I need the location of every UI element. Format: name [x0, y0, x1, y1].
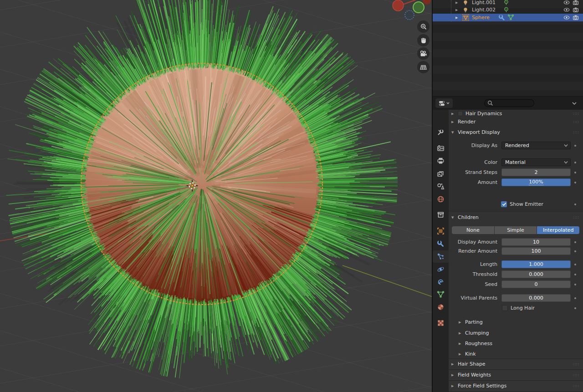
drag-handle-dots[interactable]: ∷∷ [573, 384, 579, 388]
color-dropdown[interactable]: Material [501, 158, 571, 166]
drag-handle-dots[interactable]: ∷∷ [573, 130, 579, 135]
panel-header-children[interactable]: ▼ Children ∷∷ [449, 214, 583, 221]
tab-output[interactable] [433, 155, 449, 167]
amount-slider[interactable]: 100% [501, 178, 571, 186]
camera-view-button[interactable] [417, 47, 430, 60]
collapse-arrow-icon[interactable]: ▶ [451, 373, 454, 377]
zoom-button[interactable] [417, 20, 430, 33]
collapse-arrow-icon[interactable]: ▶ [451, 112, 454, 116]
toggle-grid-button[interactable] [417, 61, 430, 73]
hide-in-viewport-icon[interactable] [563, 0, 570, 6]
disable-in-renders-icon[interactable] [572, 0, 579, 6]
hair-dynamics-checkbox[interactable] [458, 111, 463, 116]
display-amount-field[interactable]: 10 [501, 238, 571, 246]
children-mode-none-button[interactable]: None [452, 226, 494, 234]
tab-scene[interactable] [433, 180, 449, 193]
animate-dot[interactable] [574, 264, 576, 265]
subpanel-header-kink[interactable]: ▶ Kink [449, 350, 583, 358]
collapse-arrow-icon[interactable]: ▶ [451, 120, 454, 124]
panel-header-render[interactable]: ▶ Render ∷∷ [449, 118, 583, 126]
tab-constraints[interactable] [433, 276, 449, 288]
hide-in-viewport-icon[interactable] [563, 14, 570, 21]
viewport-3d[interactable] [0, 0, 433, 392]
animate-dot[interactable] [574, 250, 576, 252]
long-hair-checkbox[interactable] [502, 305, 508, 311]
animate-dot[interactable] [574, 162, 576, 163]
tab-object-data[interactable] [433, 288, 449, 300]
subpanel-header-clumping[interactable]: ▶ Clumping [449, 329, 583, 337]
children-mode-interpolated-button[interactable]: Interpolated [537, 226, 579, 234]
display-as-dropdown[interactable]: Rendered [501, 142, 571, 149]
disable-in-renders-icon[interactable] [572, 6, 579, 14]
search-input[interactable] [484, 99, 534, 107]
disclosure-triangle-icon[interactable]: ▶ [455, 16, 458, 20]
collapse-arrow-icon[interactable]: ▶ [459, 331, 461, 335]
subpanel-header-roughness[interactable]: ▶ Roughness [449, 340, 583, 347]
tab-object[interactable] [433, 225, 449, 237]
panel-header-force-field-settings[interactable]: ▶ Force Field Settings ∷∷ [449, 382, 583, 390]
outliner-row-light-001[interactable]: ▶ Light.001 [433, 0, 583, 6]
animate-dot[interactable] [574, 284, 576, 285]
seed-field[interactable]: 0 [501, 280, 571, 288]
collapse-arrow-icon[interactable]: ▶ [451, 362, 454, 366]
tab-texture[interactable] [433, 317, 449, 329]
filter-dropdown-button[interactable] [569, 99, 579, 107]
drag-handle-dots[interactable]: ∷∷ [573, 373, 579, 377]
drag-handle-dots[interactable]: ∷∷ [573, 215, 579, 220]
drag-handle-dots[interactable]: ∷∷ [573, 120, 579, 124]
show-emitter-checkbox[interactable] [501, 201, 507, 207]
tab-render[interactable] [433, 142, 449, 154]
panel-header-field-weights[interactable]: ▶ Field Weights ∷∷ [449, 371, 583, 379]
collapse-arrow-icon[interactable]: ▶ [459, 352, 461, 356]
expand-arrow-icon[interactable]: ▼ [451, 131, 454, 134]
outliner-item-label[interactable]: Light.002 [472, 7, 496, 13]
panel-header-viewport-display[interactable]: ▼ Viewport Display ∷∷ [449, 128, 583, 136]
hide-in-viewport-icon[interactable] [563, 6, 570, 14]
outliner-item-label[interactable]: Light.001 [472, 0, 496, 5]
animate-dot[interactable] [574, 145, 576, 147]
threshold-field[interactable]: 0.000 [501, 270, 571, 278]
tab-material[interactable] [433, 301, 449, 313]
render-amount-field[interactable]: 100 [501, 247, 571, 255]
light-data-icon[interactable] [503, 0, 510, 6]
animate-dot[interactable] [574, 182, 576, 183]
tab-tool[interactable] [433, 126, 449, 138]
disable-in-renders-icon[interactable] [572, 14, 579, 21]
animate-dot[interactable] [574, 172, 576, 173]
children-mode-simple-button[interactable]: Simple [495, 226, 537, 234]
animate-dot[interactable] [574, 204, 576, 205]
pan-button[interactable] [417, 34, 430, 46]
light-data-icon[interactable] [503, 6, 510, 14]
length-slider[interactable]: 1.000 [501, 260, 571, 268]
tab-particles[interactable] [433, 250, 449, 263]
subpanel-header-parting[interactable]: ▶ Parting [449, 318, 583, 326]
outliner-item-label[interactable]: Sphere [472, 15, 490, 20]
tab-world[interactable] [433, 193, 449, 205]
panel-header-hair-dynamics[interactable]: ▶ Hair Dynamics ∷∷ [449, 110, 583, 117]
animate-dot[interactable] [574, 307, 576, 309]
drag-handle-dots[interactable]: ∷∷ [573, 362, 579, 367]
modifier-wrench-icon[interactable] [498, 14, 506, 21]
outliner-row-light-002[interactable]: ▶ Light.002 [433, 6, 583, 14]
collapse-arrow-icon[interactable]: ▶ [451, 384, 454, 388]
particles-data-icon[interactable] [507, 14, 515, 21]
strand-steps-field[interactable]: 2 [501, 168, 571, 176]
tab-modifiers[interactable] [433, 238, 449, 250]
viewport-canvas[interactable] [0, 0, 433, 392]
expand-arrow-icon[interactable]: ▼ [451, 216, 454, 219]
animate-dot[interactable] [574, 297, 576, 299]
tab-collection[interactable] [433, 209, 449, 221]
outliner-row-sphere[interactable]: ▶ Sphere [433, 14, 583, 21]
drag-handle-dots[interactable]: ∷∷ [573, 112, 579, 116]
panel-header-hair-shape[interactable]: ▶ Hair Shape ∷∷ [449, 360, 583, 368]
tab-physics[interactable] [433, 263, 449, 275]
animate-dot[interactable] [574, 241, 576, 243]
disclosure-triangle-icon[interactable]: ▶ [455, 1, 458, 5]
animate-dot[interactable] [574, 274, 576, 275]
disclosure-triangle-icon[interactable]: ▶ [455, 8, 458, 12]
editor-type-button[interactable] [435, 98, 453, 108]
collapse-arrow-icon[interactable]: ▶ [459, 321, 461, 324]
collapse-arrow-icon[interactable]: ▶ [459, 342, 461, 346]
tab-view-layer[interactable] [433, 168, 449, 180]
virtual-parents-field[interactable]: 0.000 [501, 294, 571, 302]
